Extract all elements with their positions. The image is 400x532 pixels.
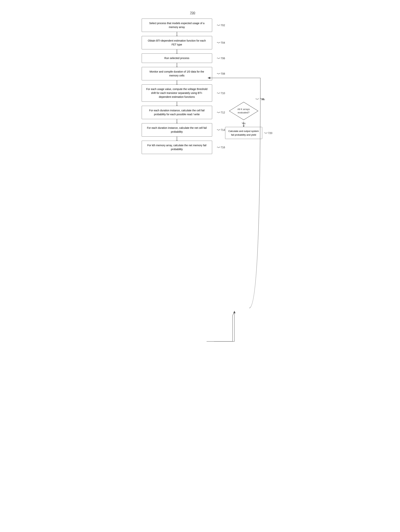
- step-714: For each duration instance, calculate th…: [142, 123, 212, 137]
- right-flow-column: 718 All K arrays evaluated? No: [221, 19, 266, 139]
- squiggle-718: [255, 97, 259, 101]
- step-712: For each duration instance, calculate th…: [142, 106, 212, 119]
- diagram-title: 700: [190, 11, 195, 15]
- squiggle-720: [264, 131, 268, 135]
- step-704: Obtain BTI-dependent estimation function…: [142, 36, 212, 49]
- no-label: No: [262, 98, 265, 101]
- squiggle-710: [217, 91, 220, 95]
- squiggle-716: [217, 146, 220, 149]
- step-706: Run selected process: [142, 53, 212, 63]
- step-708: Monitor and compile duration of 1/0 data…: [142, 67, 212, 80]
- squiggle-706: [217, 57, 220, 60]
- step-710: For each usage value, compute the voltag…: [142, 84, 212, 102]
- diagram-container: 700 Select process that models expected …: [131, 4, 270, 161]
- step-702: Select process that models expected usag…: [142, 19, 212, 32]
- svg-marker-2: [233, 311, 236, 313]
- squiggle-714: [217, 128, 220, 132]
- step-720: Calculate and output system fail probabi…: [225, 127, 262, 139]
- squiggle-702: [217, 23, 220, 27]
- left-flow-column: Select process that models expected usag…: [134, 19, 219, 154]
- squiggle-708: [217, 72, 220, 76]
- squiggle-704: [217, 41, 220, 44]
- decision-diamond: All K arrays evaluated? No Yes: [229, 102, 258, 120]
- squiggle-712: [217, 111, 220, 114]
- step-716: For kth memory array, calculate the net …: [142, 141, 212, 154]
